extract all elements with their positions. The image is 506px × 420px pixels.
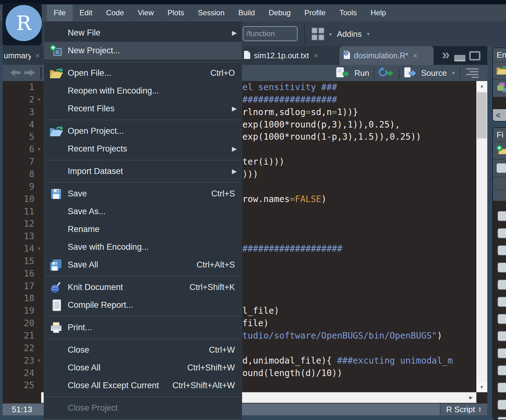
addins-caret-icon: ▼ [366, 31, 371, 36]
fold-marker-icon[interactable]: ▼ [37, 243, 41, 255]
menu-item-save[interactable]: SaveCtrl+S [44, 185, 242, 203]
new-folder-button[interactable] [493, 142, 506, 160]
menu-item-save-all[interactable]: Save AllCtrl+Alt+S [44, 256, 242, 274]
line-number: 17 [2, 280, 34, 292]
file-row-checkbox[interactable] [497, 211, 506, 221]
load-workspace-button[interactable] [493, 62, 506, 80]
menu-item-label: Save As... [68, 203, 106, 220]
menubar-item-plots[interactable]: Plots [161, 4, 191, 21]
menubar-item-build[interactable]: Build [231, 4, 262, 21]
run-icon[interactable] [336, 67, 350, 79]
menubar-item-profile[interactable]: Profile [298, 4, 333, 21]
line-number: 10 [2, 193, 34, 205]
nav-back-button[interactable]: < [493, 109, 506, 122]
app-logo-block: R [2, 3, 42, 46]
fold-marker-icon[interactable]: ▼ [37, 355, 41, 367]
file-row-checkbox[interactable] [497, 331, 506, 341]
menu-item-knit-document[interactable]: Knit DocumentCtrl+Shift+K [44, 278, 242, 296]
file-icon [243, 50, 251, 61]
document-outline-icon[interactable] [465, 68, 479, 78]
menu-item-icon-empty [48, 220, 64, 238]
menu-separator [45, 339, 241, 339]
source-caret-icon[interactable]: ▼ [451, 70, 455, 75]
file-row-checkbox[interactable] [497, 382, 506, 393]
rerun-icon[interactable] [379, 66, 394, 80]
menu-item-close[interactable]: CloseCtrl+W [44, 341, 242, 359]
file-row-checkbox[interactable] [497, 399, 506, 410]
menu-item-new-project[interactable]: RNew Project... [44, 42, 242, 60]
goto-function-input[interactable] [243, 26, 298, 41]
tab-dosimulation-close-icon[interactable]: × [413, 51, 417, 60]
tab-overflow-chevron-icon[interactable]: » [437, 46, 454, 65]
file-row-checkbox[interactable] [497, 348, 506, 359]
menu-item-close-all-except-current[interactable]: Close All Except CurrentCtrl+Shift+Alt+W [44, 377, 242, 394]
menu-item-open-project[interactable]: Open Project... [44, 122, 242, 140]
vertical-scrollbar[interactable]: ▲ ▼ [476, 81, 487, 392]
addins-button[interactable]: Addins ▼ [337, 21, 370, 47]
menu-item-compile-report[interactable]: Compile Report... [44, 296, 242, 314]
vertical-scrollbar-thumb[interactable] [477, 92, 487, 138]
file-row-checkbox[interactable] [497, 262, 506, 273]
menu-item-recent-files[interactable]: Recent Files▶ [44, 100, 242, 118]
menubar-item-tools[interactable]: Tools [333, 4, 364, 21]
code-text: l_file) [242, 305, 279, 317]
submenu-arrow-icon: ▶ [232, 100, 237, 118]
menubar-item-debug[interactable]: Debug [262, 4, 298, 21]
menubar-item-help[interactable]: Help [364, 4, 393, 21]
file-row-checkbox[interactable] [497, 279, 506, 290]
tab-dosimulation[interactable]: R dosimulation.R* × [339, 46, 434, 65]
menu-item-open-file[interactable]: Open File...Ctrl+O [44, 64, 242, 82]
fold-marker-icon[interactable]: ▼ [37, 143, 41, 156]
new-folder-icon [496, 145, 506, 157]
import-dataset-button[interactable] [493, 80, 506, 97]
save-all-icon [48, 256, 64, 274]
run-button[interactable]: Run [354, 68, 369, 78]
scroll-down-icon[interactable]: ▼ [476, 382, 487, 392]
menu-item-import-dataset[interactable]: Import Dataset▶ [44, 162, 242, 180]
pane-layout-button[interactable] [311, 27, 326, 41]
toolbar-divider [460, 67, 460, 79]
pane-layout-caret-icon[interactable]: ▼ [328, 32, 333, 37]
forward-icon[interactable] [24, 69, 36, 78]
menu-item-save-with-encoding[interactable]: Save with Encoding... [44, 238, 242, 256]
menubar-item-edit[interactable]: Edit [73, 4, 99, 21]
file-row-checkbox[interactable] [497, 314, 506, 324]
select-all-checkbox[interactable] [493, 160, 506, 177]
file-row-checkbox[interactable] [497, 245, 506, 256]
fold-marker-icon[interactable]: ▼ [37, 94, 41, 106]
menu-item-icon-empty [48, 203, 64, 220]
scroll-right-icon[interactable]: ▶ [465, 392, 476, 403]
tab-summary-close-icon[interactable]: × [35, 51, 40, 60]
menu-item-reopen-with-encoding[interactable]: Reopen with Encoding... [44, 82, 242, 100]
back-icon[interactable] [9, 69, 21, 78]
scroll-up-icon[interactable]: ▲ [476, 81, 487, 91]
source-button[interactable]: Source [421, 68, 447, 78]
maximize-pane-icon[interactable] [469, 51, 480, 60]
menubar-item-view[interactable]: View [131, 4, 161, 21]
menu-item-new-file[interactable]: New File▶ [44, 24, 242, 42]
menu-item-close-all[interactable]: Close AllCtrl+Shift+W [44, 359, 242, 377]
line-number: 24 [2, 367, 34, 379]
minimize-pane-icon[interactable] [454, 55, 465, 61]
file-type-selector[interactable]: R Script ▲▼ [440, 403, 487, 415]
tab-summary-label: ummary.R [4, 51, 31, 60]
menu-item-print[interactable]: Print... [44, 319, 242, 336]
menubar-item-session[interactable]: Session [191, 4, 231, 21]
file-row-checkbox[interactable] [497, 417, 506, 420]
submenu-arrow-icon: ▶ [232, 24, 237, 42]
file-row-checkbox[interactable] [497, 297, 506, 307]
tab-summary[interactable]: ummary.R × [2, 46, 44, 65]
menubar-item-code[interactable]: Code [99, 4, 131, 21]
r-file-icon: R [343, 50, 351, 61]
menu-item-save-as[interactable]: Save As... [44, 203, 242, 220]
menu-item-close-project: Close Project [44, 399, 242, 417]
toolbar-divider [374, 67, 374, 79]
file-row-checkbox[interactable] [497, 365, 506, 376]
tab-sim-output-close-icon[interactable]: × [313, 51, 318, 60]
file-row-checkbox[interactable] [497, 228, 506, 239]
source-icon[interactable] [404, 67, 417, 79]
menu-item-rename[interactable]: Rename [44, 220, 242, 238]
menubar-item-file[interactable]: File [47, 4, 73, 21]
tab-sim-output[interactable]: sim12.1p.out.txt × [240, 46, 339, 65]
menu-item-recent-projects[interactable]: Recent Projects▶ [44, 140, 242, 158]
